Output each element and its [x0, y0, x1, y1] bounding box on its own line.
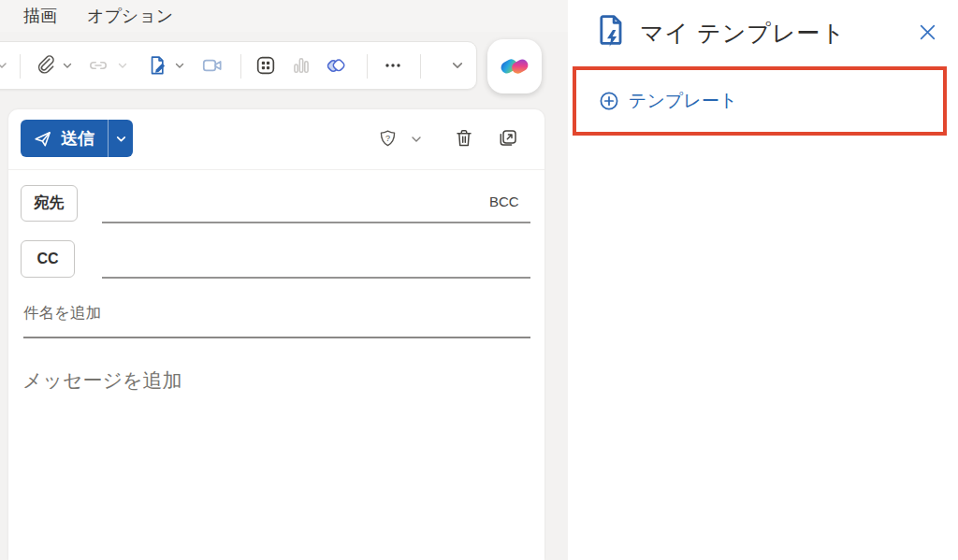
cc-button-label: CC [36, 251, 58, 267]
loop-component-icon[interactable] [324, 53, 348, 78]
cc-input[interactable] [102, 244, 530, 276]
send-button[interactable]: 送信 [21, 120, 108, 157]
subject-underline [23, 337, 530, 338]
close-icon[interactable] [916, 21, 938, 43]
send-split-button: 送信 [21, 120, 133, 157]
message-body-input[interactable]: メッセージを追加 [22, 367, 181, 394]
to-button[interactable]: 宛先 [21, 185, 78, 222]
send-button-label: 送信 [61, 127, 94, 150]
to-button-label: 宛先 [35, 194, 65, 213]
new-template-label: テンプレート [629, 89, 737, 113]
attach-file-icon[interactable] [35, 54, 57, 77]
send-icon [33, 129, 52, 149]
video-meeting-icon[interactable] [200, 53, 225, 78]
compose-card: 送信 ? 宛先 BCC [8, 109, 544, 560]
toolbar-overflow-chevron-icon[interactable] [451, 59, 465, 73]
panel-header: マイ テンプレート [568, 0, 958, 60]
my-templates-icon [593, 12, 631, 53]
copilot-logo-icon [498, 50, 531, 83]
to-field-underline [102, 222, 530, 223]
link-menu-chevron-icon[interactable] [117, 60, 128, 71]
apps-icon[interactable] [254, 54, 278, 78]
discard-trash-icon[interactable] [453, 127, 475, 150]
insert-link-icon[interactable] [87, 54, 109, 77]
open-in-new-window-icon[interactable] [497, 127, 519, 150]
send-options-chevron[interactable] [108, 120, 133, 157]
poll-icon[interactable] [290, 54, 313, 78]
more-options-icon[interactable] [382, 54, 404, 77]
svg-text:?: ? [385, 134, 390, 143]
protection-menu-chevron-icon[interactable] [410, 133, 423, 146]
header-divider [8, 169, 544, 170]
message-protection-icon[interactable]: ? [377, 128, 399, 150]
ribbon-toolbar [0, 41, 477, 90]
add-circle-icon [599, 91, 619, 111]
signature-menu-chevron-icon[interactable] [174, 60, 185, 71]
bcc-toggle[interactable]: BCC [489, 194, 519, 209]
panel-title: マイ テンプレート [640, 18, 846, 49]
menu-item-options[interactable]: オプション [87, 5, 173, 27]
cc-button[interactable]: CC [21, 240, 75, 278]
ribbon-menu-bar: 描画 オプション [0, 0, 568, 32]
toolbar-divider [420, 54, 421, 79]
signature-icon[interactable] [146, 54, 169, 78]
my-templates-panel: マイ テンプレート テンプレート [568, 0, 958, 560]
attach-menu-chevron-icon[interactable] [62, 60, 73, 71]
new-template-link[interactable]: テンプレート [599, 89, 737, 113]
toolbar-divider [20, 54, 21, 79]
toolbar-divider [240, 54, 241, 79]
highlight-annotation: テンプレート [573, 66, 947, 136]
to-input[interactable] [102, 189, 476, 221]
collapse-chevron-icon[interactable] [0, 59, 8, 72]
subject-input[interactable]: 件名を追加 [23, 303, 101, 323]
cc-field-underline [102, 277, 530, 279]
outlook-compose-screen: 描画 オプション [0, 0, 958, 560]
copilot-button[interactable] [487, 39, 542, 93]
menu-item-draw[interactable]: 描画 [23, 5, 57, 27]
toolbar-divider [367, 54, 368, 79]
